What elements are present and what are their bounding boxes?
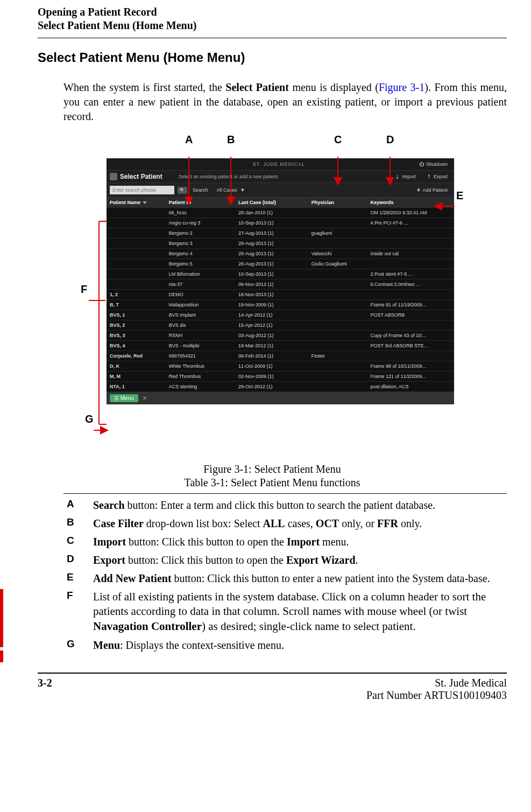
table-cell: Frame 98 of 10/11/2009... [367,361,454,372]
callout-B: B [227,134,235,146]
table-row[interactable]: Bergamo 227-Aug-2013 (1)guagliumi [107,228,454,239]
table-cell: Frame 81 of 11/19/2009... [367,300,454,310]
col-keywords[interactable]: Keywords [367,198,454,208]
table-header-row: Patient Name Patient ID Last Case (total… [107,198,454,208]
shutdown-button[interactable]: ⏻ Shutdown [416,160,451,168]
table-cell: 28-Aug-2013 (1) [235,249,308,259]
table-cell: Frame 121 of 11/2/2009... [367,372,454,382]
table-row[interactable]: BVS, 2BVS dis15-Apr-2012 (1) [107,320,454,331]
intro-text-1: When the system is first started, the [63,81,225,93]
table-row[interactable]: BVS, 3RSNH03-Aug-2012 (1)Copy of Frame 4… [107,331,454,341]
table-row[interactable]: BVS, 1BVS Implant14-Apr-2012 (1)POST ABS… [107,310,454,320]
plus-icon: + [416,186,420,194]
figure-3-1: A B C D E F G [38,134,507,460]
table-cell: D, K [107,361,166,372]
table-cell: LM Bifurcation [166,269,235,279]
func-E-rest: button: Click this button to enter a new… [172,572,490,584]
menu-button[interactable]: ☰ Menu [110,394,138,402]
export-icon: ⭱ [427,174,431,179]
table-cell [107,269,166,279]
brand-logo: ST. JUDE MEDICAL [142,162,416,167]
footer-company: St. Jude Medical [366,677,507,689]
search-input[interactable] [110,186,174,194]
col-patient-name[interactable]: Patient Name [107,198,166,208]
table-row[interactable]: M, MRed Thrombus02-Nov-2009 (1)Frame 121… [107,372,454,382]
callout-A: A [185,134,193,146]
table-row[interactable]: B, TMalapposition19-Nov-2009 (1)Frame 81… [107,300,454,310]
func-desc-E: Add New Patient button: Click this butto… [93,571,507,585]
table-row[interactable]: nta-3706-Nov-2012 (1)6.Contrast:3.0ml/se… [107,279,454,290]
select-patient-ui: ST. JUDE MEDICAL ⏻ Shutdown Select Patie… [107,158,454,404]
user-icon [110,173,117,180]
table-cell: Giulio Guagliumi [308,259,367,269]
table-row[interactable]: Angio co-reg 310-Sep-2013 (1)4.Pre PCI #… [107,218,454,228]
table-row[interactable]: BVS, 4BVS - multiple19-Mar-2012 (1)POST … [107,341,454,351]
func-desc-D: Export button: Click this button to open… [93,553,507,567]
table-cell: inside out cal [367,249,454,259]
search-go-button[interactable]: 🔍 [178,187,187,194]
case-filter-label: All Cases [217,187,237,193]
header-line2: Select Patient Menu (Home Menu) [38,19,507,32]
table-cell: BVS, 1 [107,310,166,320]
table-cell: POST 3rd ABSORB STE... [367,341,454,351]
table-cell [308,382,367,392]
table-cell: B, T [107,300,166,310]
footer-right: St. Jude Medical Part Number ARTUS100109… [366,677,507,702]
col-patient-id[interactable]: Patient ID [166,198,235,208]
func-desc-A: Search button: Enter a term and click th… [93,498,507,512]
table-cell: 0987654321 [166,351,235,361]
power-icon: ⏻ [419,162,424,167]
table-row[interactable]: Bergamo 528-Aug-2013 (1)Giulio Guagliumi [107,259,454,269]
table-cell: 10-Sep-2013 (1) [235,218,308,228]
col-physician[interactable]: Physician [308,198,367,208]
func-key-F: F [63,590,93,634]
table-cell: DEMO [166,290,235,300]
case-filter-dropdown[interactable]: All Cases ▼ [214,186,249,194]
func-desc-B: Case Filter drop-down list box: Select A… [93,516,507,530]
table-cell [308,300,367,310]
table-cell: 03-Aug-2012 (1) [235,331,308,341]
table-cell: 19-Mar-2012 (1) [235,341,308,351]
table-row[interactable]: NTA, 1ACS stenting29-Oct-2012 (1)post di… [107,382,454,392]
table-row[interactable]: Bergamo 328-Aug-2013 (1) [107,239,454,249]
figure-link[interactable]: Figure 3-1 [379,81,424,93]
func-desc-G: Menu: Displays the context-sensitive men… [93,638,507,652]
table-row[interactable]: 1, 2DEMO18-Nov-2013 (1) [107,290,454,300]
import-button[interactable]: ⭳ Import [392,173,419,180]
func-C-b1: Import [93,536,126,548]
table-cell: Malapposition [166,300,235,310]
table-cell: Valsecchi [308,249,367,259]
header-line1: Opening a Patient Record [38,5,507,19]
func-desc-C: Import button: Click this button to open… [93,535,507,549]
callout-G: G [85,413,94,425]
table-row[interactable]: D, KWhite Thrombus11-Oct-2009 (1)Frame 9… [107,361,454,372]
close-icon[interactable]: ✕ [143,395,147,401]
table-cell [308,372,367,382]
import-label: Import [402,174,416,179]
table-cell [367,228,454,239]
table-cell: POST ABSORB [367,310,454,320]
col-patient-name-label: Patient Name [110,200,140,205]
table-row[interactable]: LM Bifurcation10-Sep-2013 (1)2.Post sten… [107,269,454,279]
footer-partnumber: Part Number ARTUS100109403 [366,689,507,702]
table-cell: 19-Nov-2009 (1) [235,300,308,310]
search-button[interactable]: Search [190,186,210,194]
func-D-b1: Export [93,554,125,566]
table-cell: Red Thrombus [166,372,235,382]
callout-C: C [334,134,342,146]
col-last-case[interactable]: Last Case (total) [235,198,308,208]
add-patient-button[interactable]: + Add Patient [413,185,451,195]
func-D-b2: Export Wizard [286,554,356,566]
table-cell [308,218,367,228]
table-cell: 10-Sep-2013 (1) [235,269,308,279]
table-row[interactable]: Corpusle, Red098765432106-Feb-2014 (1)Fe… [107,351,454,361]
select-patient-title: Select Patient [110,173,174,180]
function-table: A Search button: Enter a term and click … [63,493,507,652]
table-cell [107,259,166,269]
table-row[interactable]: 06_hcsc28-Jan-2010 (1)OM 1/28/2010 9:32:… [107,208,454,218]
table-cell: 2.Post stent #7-5 ... [367,269,454,279]
export-button[interactable]: ⭱ Export [423,173,451,180]
header-rule [38,38,507,38]
table-cell: 11-Oct-2009 (1) [235,361,308,372]
table-row[interactable]: Bergamo 428-Aug-2013 (1)Valsecchiinside … [107,249,454,259]
